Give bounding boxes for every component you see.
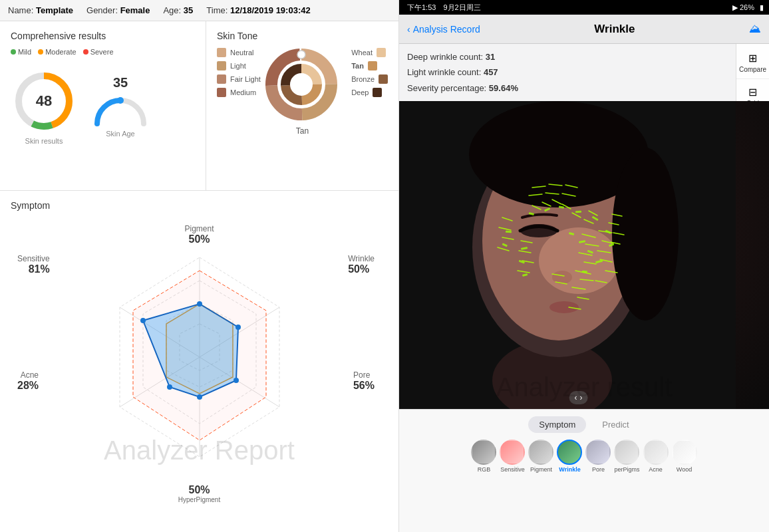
- time-field: Time: 12/18/2019 19:03:42: [206, 5, 310, 15]
- thumb-perpigms[interactable]: perPigms: [614, 440, 639, 473]
- tone-swatches-right: Wheat Tan Bronze Deep: [351, 48, 388, 124]
- thumb-pigment-circle: [528, 440, 553, 465]
- face-image-area: [399, 101, 769, 420]
- severity-label: Severity percentage:: [407, 83, 486, 93]
- swatch-fairlight: Fair Light: [217, 74, 261, 84]
- thumb-sensitive[interactable]: Sensitive: [500, 440, 525, 473]
- legend-severe: Severe: [83, 48, 114, 56]
- thumb-pigment-label: Pigment: [530, 466, 552, 473]
- thumb-acne[interactable]: Acne: [643, 440, 669, 473]
- svg-point-3: [117, 97, 124, 104]
- thumb-wrinkle[interactable]: Wrinkle: [557, 440, 582, 473]
- severe-label: Severe: [90, 48, 114, 56]
- thumb-perpigms-circle: [614, 440, 639, 465]
- pagination: ‹ ›: [569, 391, 588, 404]
- svg-point-12: [297, 51, 305, 59]
- light-wrinkle-row: Light wrinkle count: 457: [407, 65, 729, 80]
- swatch-bronze-label: Bronze: [351, 75, 375, 83]
- skin-score-gauge: 48 Skin results: [11, 68, 77, 145]
- tone-row: Neutral Light Fair Light Medium: [217, 48, 388, 124]
- moderate-dot: [38, 49, 43, 55]
- symptom-title: Symptom: [11, 200, 388, 211]
- skin-age-gauge: 35 Skin Age: [90, 75, 150, 138]
- back-button[interactable]: ‹ Analysis Record: [407, 24, 480, 35]
- symptom-tab[interactable]: Symptom: [528, 416, 586, 433]
- thumb-rgb-label: RGB: [478, 466, 491, 473]
- swatch-neutral-label: Neutral: [230, 49, 253, 57]
- thumb-pore-circle: [585, 440, 611, 465]
- thumb-wood[interactable]: Wood: [672, 440, 697, 473]
- thumb-rgb[interactable]: RGB: [471, 440, 496, 473]
- swatch-fairlight-label: Fair Light: [230, 75, 261, 83]
- selected-tone: Tan: [217, 126, 388, 136]
- svg-point-27: [167, 384, 172, 390]
- tone-wheel-svg: [265, 48, 338, 121]
- wrinkle-info-panel: Deep wrinkle count: 31 Light wrinkle cou…: [399, 44, 769, 101]
- nav-bar: ‹ Analysis Record Wrinkle ⛰: [399, 15, 769, 44]
- legend-moderate: Moderate: [38, 48, 76, 56]
- deep-wrinkle-value: 31: [486, 52, 495, 62]
- radar-chart-container: Pigment 50% Wrinkle 50% Pore 56% Sensiti…: [11, 217, 388, 523]
- swatch-tan: Tan: [351, 61, 388, 70]
- svg-point-36: [549, 301, 579, 313]
- thumb-acne-circle: [643, 440, 669, 465]
- gauges-row: 48 Skin results 35 Skin Age: [11, 61, 195, 152]
- swatch-fairlight-color: [217, 74, 226, 84]
- thumb-acne-label: Acne: [649, 466, 663, 473]
- swatch-wheat-label: Wheat: [351, 49, 373, 57]
- sensitive-label: Sensitive 81%: [17, 254, 50, 275]
- deep-wrinkle-label: Deep wrinkle count:: [407, 52, 483, 62]
- swatch-tan-color: [368, 61, 377, 70]
- svg-point-25: [233, 378, 239, 383]
- hyperpigment-label: 50% HyperPigment: [178, 484, 220, 503]
- deep-wrinkle-row: Deep wrinkle count: 31: [407, 49, 729, 65]
- pore-label: Pore 56%: [353, 370, 375, 392]
- swatch-neutral: Neutral: [217, 48, 261, 57]
- thumb-pore[interactable]: Pore: [585, 440, 611, 473]
- face-background: [399, 101, 769, 420]
- thumb-sensitive-label: Sensitive: [500, 466, 525, 473]
- compare-label: Compare: [739, 66, 766, 73]
- header-bar: Name: Template Gender: Female Age: 35 Ti…: [0, 0, 398, 21]
- swatch-wheat-color: [377, 48, 386, 57]
- tone-wheel-area: [265, 48, 347, 124]
- svg-point-28: [140, 318, 146, 323]
- moderate-label: Moderate: [45, 48, 76, 56]
- thumb-pigment[interactable]: Pigment: [528, 440, 553, 473]
- nav-action-icon[interactable]: ⛰: [749, 22, 761, 36]
- top-section: Comprehensive results Mild Moderate Seve…: [0, 21, 398, 191]
- gender-field: Gender: Female: [86, 5, 150, 15]
- thumb-wood-label: Wood: [677, 466, 692, 473]
- skin-age-value: 35: [113, 75, 128, 90]
- svg-point-26: [197, 394, 202, 400]
- predict-tab[interactable]: Predict: [591, 416, 639, 433]
- right-panel: 下午1:53 9月2日周三 ▶ 26% ▮ ‹ Analysis Record …: [399, 0, 769, 532]
- back-label: Analysis Record: [413, 24, 480, 35]
- svg-point-24: [235, 325, 241, 330]
- swatch-wheat: Wheat: [351, 48, 388, 57]
- swatch-deep-color: [373, 88, 382, 97]
- swatch-neutral-color: [217, 48, 226, 57]
- arc-chart: [90, 90, 150, 127]
- prev-page-button[interactable]: ‹: [575, 393, 577, 402]
- donut-chart: 48: [11, 68, 77, 134]
- swatch-bronze-color: [379, 74, 388, 84]
- bottom-tab-area: Symptom Predict RGB Sensitive Pigment Wr…: [399, 409, 769, 532]
- svg-point-23: [197, 301, 202, 307]
- symptom-section: Symptom Pigment 50% Wrinkle 50% Pore 56%…: [0, 191, 398, 532]
- legend: Mild Moderate Severe: [11, 48, 195, 56]
- thumb-perpigms-label: perPigms: [614, 466, 639, 473]
- skin-score-label: Skin results: [25, 137, 63, 145]
- severe-dot: [83, 49, 88, 55]
- thumb-wood-circle: [672, 440, 697, 465]
- light-wrinkle-value: 457: [484, 67, 498, 77]
- next-page-button[interactable]: ›: [580, 393, 583, 402]
- thumb-wrinkle-label: Wrinkle: [559, 466, 580, 473]
- compare-button[interactable]: ⊞ Compare: [736, 47, 769, 79]
- swatch-medium-label: Medium: [230, 88, 256, 96]
- thumb-wrinkle-circle: [557, 440, 582, 465]
- swatch-light-color: [217, 61, 226, 70]
- swatch-medium: Medium: [217, 88, 261, 97]
- pigment-label: Pigment 50%: [184, 224, 214, 245]
- wifi-icon: ▶ 26%: [732, 3, 754, 12]
